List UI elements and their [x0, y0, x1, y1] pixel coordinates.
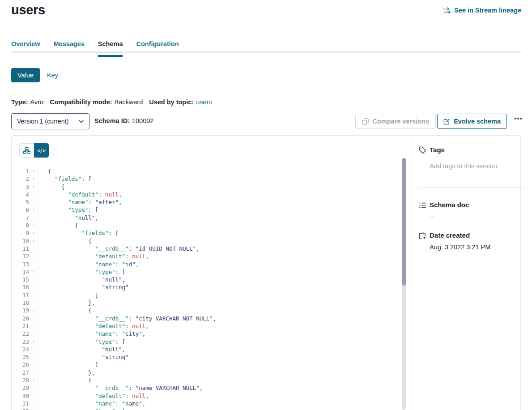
- type-value: Avro: [30, 98, 44, 106]
- line-number: 4: [12, 191, 29, 198]
- see-in-stream-lineage-link[interactable]: See in Stream lineage: [443, 7, 521, 14]
- line-number: 32: [12, 407, 29, 410]
- fold-gutter: [29, 315, 38, 322]
- code-text: ]: [38, 361, 98, 368]
- schema-doc-title: Schema doc: [430, 201, 469, 209]
- line-number: 17: [12, 291, 29, 299]
- used-by-topic-link[interactable]: users: [196, 98, 212, 106]
- code-view-button[interactable]: </>: [34, 143, 49, 158]
- code-line: 26 ]: [12, 361, 402, 368]
- schema-meta-row: Type: Avro Compatibility mode: Backward …: [11, 98, 212, 106]
- code-text: {: [38, 376, 92, 384]
- fold-gutter: [29, 369, 38, 376]
- fold-gutter: [29, 353, 38, 361]
- fold-toggle-icon[interactable]: ▾: [29, 206, 38, 214]
- code-text: "name": "city",: [38, 330, 145, 337]
- tab-configuration[interactable]: Configuration: [136, 40, 179, 57]
- line-number: 19: [12, 307, 29, 314]
- line-number: 15: [12, 276, 29, 283]
- code-text: "name": "id",: [38, 261, 139, 268]
- code-text: ]: [38, 291, 98, 299]
- fold-toggle-icon[interactable]: ▾: [29, 237, 38, 245]
- date-created-value: Aug. 3 2022 3:21 PM: [430, 243, 490, 251]
- fold-toggle-icon[interactable]: ▾: [29, 229, 38, 237]
- schema-id: Schema ID:100002: [94, 117, 153, 124]
- code-text: "__crdb__": "name VARCHAR NULL",: [38, 384, 203, 392]
- chevron-down-icon: [79, 120, 84, 123]
- code-text: {: [38, 237, 92, 245]
- version-dropdown[interactable]: Version 1 (current): [11, 113, 89, 129]
- line-number: 2: [12, 175, 29, 183]
- line-number: 14: [12, 268, 29, 276]
- tab-overview[interactable]: Overview: [11, 40, 40, 57]
- line-number: 12: [12, 252, 29, 260]
- code-line: 24 "null",: [12, 346, 402, 353]
- code-line: 18 },: [12, 299, 402, 307]
- line-number: 30: [12, 392, 29, 400]
- edit-icon: [443, 118, 450, 125]
- line-number: 1: [12, 167, 29, 175]
- code-text: "__crdb__": "city VARCHAR NOT NULL",: [38, 315, 216, 322]
- code-line: 27 },: [12, 369, 402, 376]
- compare-versions-button[interactable]: Compare versions: [355, 114, 436, 129]
- line-number: 7: [12, 214, 29, 222]
- line-number: 28: [12, 376, 29, 384]
- code-text: "type": [: [38, 268, 125, 276]
- fold-toggle-icon[interactable]: ▾: [29, 376, 38, 384]
- fold-gutter: [29, 191, 38, 198]
- tab-messages[interactable]: Messages: [54, 40, 85, 57]
- value-toggle-button[interactable]: Value: [11, 68, 40, 82]
- code-text: "default": null,: [38, 322, 149, 330]
- fold-toggle-icon[interactable]: ▾: [29, 338, 38, 346]
- fold-gutter: [29, 291, 38, 299]
- line-number: 9: [12, 229, 29, 237]
- code-line: 29 "__crdb__": "name VARCHAR NULL",: [12, 384, 402, 392]
- schema-doc-icon: [419, 201, 427, 209]
- evolve-schema-button[interactable]: Evolve schema: [437, 114, 507, 129]
- editor-scrollbar-thumb[interactable]: [402, 158, 406, 286]
- type-label: Type:: [11, 98, 28, 106]
- editor-scrollbar-track[interactable]: [402, 158, 406, 410]
- code-text: {: [38, 183, 65, 191]
- tab-schema[interactable]: Schema: [98, 40, 123, 57]
- code-line: 11 "__crdb__": "id UUID NOT NULL",: [12, 245, 402, 252]
- fold-toggle-icon[interactable]: ▾: [29, 175, 38, 183]
- code-line: 13 "name": "id",: [12, 261, 402, 268]
- line-number: 24: [12, 346, 29, 353]
- code-text: "type": [: [38, 206, 98, 214]
- code-line: 17 ]: [12, 291, 402, 299]
- tree-view-button[interactable]: [19, 143, 34, 158]
- add-tags-input[interactable]: [430, 161, 527, 173]
- fold-gutter: [29, 214, 38, 222]
- schema-code-editor[interactable]: 1▾{2▾ "fields": [3▾ {4 "default": null,5…: [12, 167, 402, 410]
- editor-view-toggle: </>: [19, 143, 49, 158]
- fold-gutter: [29, 322, 38, 330]
- code-line: 20 "__crdb__": "city VARCHAR NOT NULL",: [12, 315, 402, 322]
- code-text: "__crdb__": "id UUID NOT NULL",: [38, 245, 200, 252]
- line-number: 5: [12, 198, 29, 206]
- fold-gutter: [29, 392, 38, 400]
- key-toggle-link[interactable]: Key: [47, 72, 58, 79]
- more-options-button[interactable]: •••: [511, 114, 525, 123]
- fold-gutter: [29, 276, 38, 283]
- fold-toggle-icon[interactable]: ▾: [29, 407, 38, 410]
- line-number: 29: [12, 384, 29, 392]
- compatibility-value: Backward: [115, 98, 143, 106]
- calendar-plus-icon: [419, 232, 427, 240]
- code-text: {: [38, 307, 92, 314]
- fold-toggle-icon[interactable]: ▾: [29, 307, 38, 314]
- fold-gutter: [29, 330, 38, 337]
- fold-toggle-icon[interactable]: ▾: [29, 167, 38, 175]
- fold-gutter: [29, 252, 38, 260]
- code-line: 8▾ {: [12, 222, 402, 229]
- fold-toggle-icon[interactable]: ▾: [29, 183, 38, 191]
- fold-toggle-icon[interactable]: ▾: [29, 268, 38, 276]
- line-number: 11: [12, 245, 29, 252]
- line-number: 31: [12, 400, 29, 407]
- tab-bar: Overview Messages Schema Configuration: [11, 40, 179, 57]
- tag-icon: [419, 146, 427, 154]
- code-line: 4 "default": null,: [12, 191, 402, 198]
- code-text: "type": [: [38, 338, 125, 346]
- fold-gutter: [29, 400, 38, 407]
- fold-toggle-icon[interactable]: ▾: [29, 222, 38, 229]
